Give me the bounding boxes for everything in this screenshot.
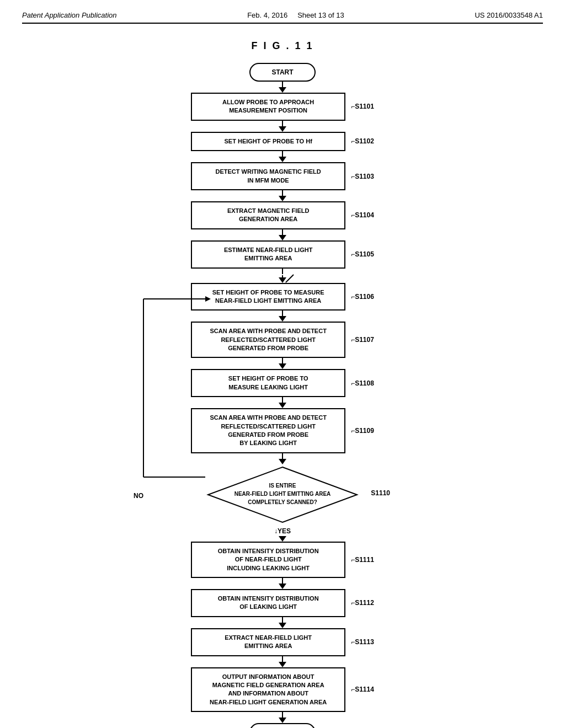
- figure-title-text: F I G . 1 1: [251, 40, 313, 51]
- step-S1103-box: DETECT WRITING MAGNETIC FIELDIN MFM MODE: [191, 162, 345, 190]
- v-line: [282, 151, 283, 157]
- step-S1105-row: ESTIMATE NEAR-FIELD LIGHTEMITTING AREA ⌐…: [191, 240, 374, 269]
- v-line: [282, 453, 283, 459]
- step-S1111-row: OBTAIN INTENSITY DISTRIBUTIONOF NEAR-FIE…: [191, 542, 374, 578]
- sheet-label: Sheet 13 of 13: [297, 11, 344, 19]
- patent-number: US 2016/0033548 A1: [475, 11, 543, 19]
- step-S1112-label: ⌐S1112: [351, 599, 374, 607]
- arrow-2: [279, 121, 286, 132]
- arrow-7: [279, 311, 286, 322]
- arrow-6: [271, 269, 294, 283]
- v-line: [282, 617, 283, 623]
- arrow-14: [279, 712, 286, 723]
- step-S1108-label: ⌐S1108: [351, 379, 374, 387]
- arrow-down: [279, 363, 286, 369]
- step-S1102-label: ⌐S1102: [351, 137, 374, 145]
- flowchart: START ALLOW PROBE TO APPROACHMEASUREMENT…: [22, 63, 543, 728]
- step-S1111-label: ⌐S1111: [351, 556, 374, 564]
- date-label: Feb. 4, 2016: [247, 11, 287, 19]
- header: Patent Application Publication Feb. 4, 2…: [22, 11, 543, 24]
- arrow-down: [279, 459, 286, 464]
- step-S1103-row: DETECT WRITING MAGNETIC FIELDIN MFM MODE…: [191, 162, 374, 190]
- arrow-down: [279, 662, 286, 667]
- step-S1108-row: SET HEIGHT OF PROBE TOMEASURE LEAKING LI…: [191, 369, 374, 397]
- arrow-down: [279, 87, 286, 93]
- step-S1101-box: ALLOW PROBE TO APPROACHMEASUREMENT POSIT…: [191, 93, 345, 121]
- header-center: Feb. 4, 2016 Sheet 13 of 13: [247, 11, 344, 19]
- step-S1108-box: SET HEIGHT OF PROBE TOMEASURE LEAKING LI…: [191, 369, 345, 397]
- arrow-1: [279, 82, 286, 93]
- v-line: [282, 229, 283, 235]
- v-line: [282, 121, 283, 126]
- arrow-5: [279, 229, 286, 240]
- arrow-9: [279, 397, 286, 408]
- arrow-down: [279, 403, 286, 408]
- v-line: [282, 311, 283, 316]
- arrow-down: [279, 235, 286, 240]
- svg-text:NEAR-FIELD LIGHT EMITTING AREA: NEAR-FIELD LIGHT EMITTING AREA: [234, 491, 331, 497]
- start-box: START: [249, 63, 316, 82]
- arrow-down: [279, 718, 286, 723]
- step-S1110-row: NO IS ENTIRE NEAR-FIELD LIGHT EMITTING A…: [205, 464, 360, 527]
- step-S1113-box: EXTRACT NEAR-FIELD LIGHTEMITTING AREA: [191, 628, 345, 656]
- v-line: [282, 269, 283, 274]
- step-S1110-label: S1110: [371, 489, 390, 497]
- step-S1112-row: OBTAIN INTENSITY DISTRIBUTIONOF LEAKING …: [191, 589, 374, 617]
- header-left: Patent Application Publication: [22, 11, 117, 19]
- step-S1109-row: SCAN AREA WITH PROBE AND DETECTREFLECTED…: [191, 408, 374, 453]
- end-box: END: [249, 723, 316, 728]
- step-S1114-label: ⌐S1114: [351, 686, 374, 693]
- step-S1105-box: ESTIMATE NEAR-FIELD LIGHTEMITTING AREA: [191, 240, 345, 269]
- step-S1102-row: SET HEIGHT OF PROBE TO Hf ⌐S1102: [191, 132, 374, 151]
- step-S1109-box: SCAN AREA WITH PROBE AND DETECTREFLECTED…: [191, 408, 345, 453]
- arrow-8: [279, 358, 286, 369]
- yes-label: ↓YES: [274, 527, 291, 535]
- arrow-down: [279, 157, 286, 162]
- svg-text:COMPLETELY SCANNED?: COMPLETELY SCANNED?: [248, 499, 317, 505]
- step-S1104-label: ⌐S1104: [351, 211, 374, 219]
- step-S1104-row: EXTRACT MAGNETIC FIELDGENERATION AREA ⌐S…: [191, 201, 374, 229]
- arrow-13: [279, 656, 286, 667]
- step-S1106-row: SET HEIGHT OF PROBE TO MEASURENEAR-FIELD…: [191, 283, 374, 311]
- arrow-down: [279, 623, 286, 628]
- step-S1101-row: ALLOW PROBE TO APPROACHMEASUREMENT POSIT…: [191, 93, 374, 121]
- yes-section: ↓YES: [274, 527, 291, 542]
- step-S1102-box: SET HEIGHT OF PROBE TO Hf: [191, 132, 345, 151]
- step-S1107-label: ⌐S1107: [351, 336, 374, 344]
- arrow-4: [279, 190, 286, 201]
- step-S1112-box: OBTAIN INTENSITY DISTRIBUTIONOF LEAKING …: [191, 589, 345, 617]
- step-S1107-row: SCAN AREA WITH PROBE AND DETECTREFLECTED…: [191, 322, 374, 358]
- step-S1113-row: EXTRACT NEAR-FIELD LIGHTEMITTING AREA ⌐S…: [191, 628, 374, 656]
- diamond-svg: IS ENTIRE NEAR-FIELD LIGHT EMITTING AREA…: [205, 464, 360, 525]
- step-S1110-box: IS ENTIRE NEAR-FIELD LIGHT EMITTING AREA…: [205, 464, 360, 527]
- step-S1103-label: ⌐S1103: [351, 173, 374, 180]
- step-S1113-label: ⌐S1113: [351, 638, 374, 646]
- arrow-10: [279, 453, 286, 464]
- step-S1106-box: SET HEIGHT OF PROBE TO MEASURENEAR-FIELD…: [191, 283, 345, 311]
- figure-title: F I G . 1 1: [22, 40, 543, 52]
- header-right: US 2016/0033548 A1: [475, 11, 543, 19]
- page: Patent Application Publication Feb. 4, 2…: [0, 0, 565, 728]
- step-S1114-row: OUTPUT INFORMATION ABOUTMAGNETIC FIELD G…: [191, 667, 374, 713]
- v-line: [282, 82, 283, 87]
- v-line: [282, 656, 283, 662]
- arrow-down: [279, 196, 286, 201]
- step-S1106-label: ⌐S1106: [351, 293, 374, 301]
- arrow-11: [279, 578, 286, 589]
- arrow-down: [279, 126, 286, 132]
- v-line: [282, 397, 283, 403]
- no-label: NO: [134, 492, 143, 500]
- v-line: [282, 712, 283, 718]
- step-S1104-box: EXTRACT MAGNETIC FIELDGENERATION AREA: [191, 201, 345, 229]
- svg-text:IS ENTIRE: IS ENTIRE: [269, 483, 296, 489]
- arrow-down: [279, 584, 286, 589]
- start-row: START: [249, 63, 316, 82]
- v-line: [282, 190, 283, 196]
- arrow-12: [279, 617, 286, 628]
- step-S1107-box: SCAN AREA WITH PROBE AND DETECTREFLECTED…: [191, 322, 345, 358]
- start-label: START: [271, 68, 293, 76]
- v-line: [282, 578, 283, 584]
- arrow-3: [279, 151, 286, 162]
- step-S1111-box: OBTAIN INTENSITY DISTRIBUTIONOF NEAR-FIE…: [191, 542, 345, 578]
- step-S1105-label: ⌐S1105: [351, 250, 374, 258]
